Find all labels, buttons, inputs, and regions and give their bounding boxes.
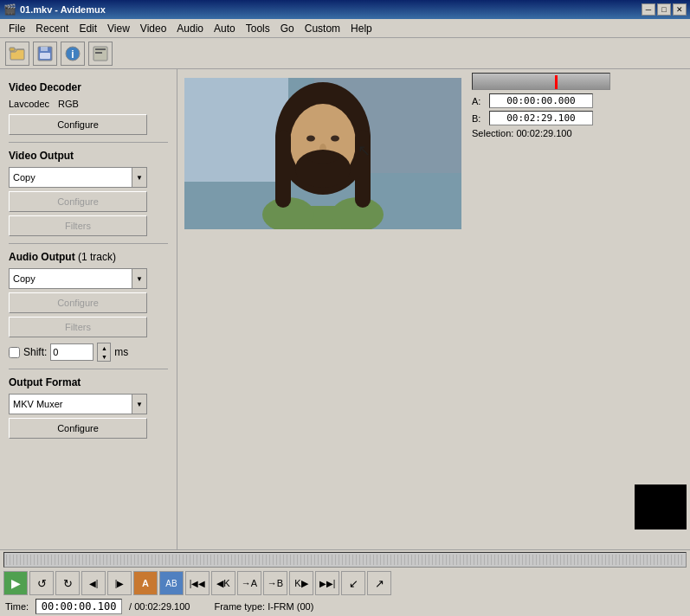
toolbar: i	[0, 38, 690, 69]
go-next-key-button[interactable]: K▶	[289, 571, 313, 595]
open-button[interactable]	[5, 42, 29, 66]
menu-file[interactable]: File	[3, 21, 30, 36]
menu-recent[interactable]: Recent	[30, 21, 74, 36]
next-frame-button[interactable]: |▶	[107, 571, 132, 595]
b-time-input[interactable]	[489, 111, 593, 125]
video-decoder-title: Video Decoder	[9, 81, 168, 93]
svg-point-16	[306, 136, 315, 142]
mark-ab-button[interactable]: AB	[159, 571, 184, 595]
right-panel: ↖ A: B: Selection:	[177, 69, 690, 616]
fast-forward-button[interactable]: ↻	[55, 571, 80, 595]
svg-rect-8	[95, 48, 106, 50]
audio-track-info: (1 track)	[78, 251, 116, 263]
svg-rect-24	[275, 130, 291, 208]
time-label: Time:	[5, 601, 29, 612]
menubar: File Recent Edit View Video Audio Auto T…	[0, 19, 690, 38]
play-button[interactable]: ▶	[3, 571, 28, 595]
right-info-panel: A: B: Selection: 00:02:29.100	[465, 69, 690, 616]
save-button[interactable]	[33, 42, 57, 66]
shift-up-button[interactable]: ▲	[98, 343, 110, 352]
a-label: A:	[472, 96, 486, 106]
app-icon: 🎬	[3, 3, 16, 16]
frame-type-display: Frame type: I-FRM (00)	[214, 601, 313, 612]
prev-frame-button[interactable]: ◀|	[81, 571, 106, 595]
properties-button[interactable]	[88, 42, 113, 66]
shift-label: Shift:	[23, 346, 47, 358]
video-output-configure-button[interactable]: Configure	[9, 191, 147, 212]
svg-point-17	[331, 136, 339, 142]
video-output-filters-button[interactable]: Filters	[9, 215, 147, 236]
svg-point-20	[307, 151, 339, 164]
menu-view[interactable]: View	[102, 21, 135, 36]
shift-input[interactable]	[50, 343, 94, 361]
progress-bar[interactable]	[472, 73, 610, 90]
selection-label: Selection: 00:02:29.100	[472, 128, 572, 138]
mark-a-button[interactable]: A	[133, 571, 158, 595]
copy-segment-button[interactable]: ↙	[341, 571, 365, 595]
audio-output-configure-button[interactable]: Configure	[9, 292, 147, 313]
paste-segment-button[interactable]: ↗	[367, 571, 391, 595]
status-bar: Time: 00:00:00.100 / 00:02:29.100 Frame …	[0, 597, 690, 616]
shift-down-button[interactable]: ▼	[98, 352, 110, 361]
go-b-button[interactable]: →B	[263, 571, 287, 595]
format-label: RGB	[58, 99, 79, 109]
menu-tools[interactable]: Tools	[241, 21, 275, 36]
b-label: B:	[472, 113, 486, 124]
menu-video[interactable]: Video	[135, 21, 171, 36]
go-a-button[interactable]: →A	[237, 571, 261, 595]
info-button[interactable]: i	[61, 42, 85, 66]
audio-output-title: Audio Output (1 track)	[9, 251, 168, 263]
main-area: Video Decoder Lavcodec RGB Configure Vid…	[0, 69, 690, 616]
window-title: 01.mkv - Avidemux	[20, 4, 106, 15]
audio-output-select[interactable]: Copy AAC MP3 AC3	[9, 268, 147, 289]
svg-rect-11	[184, 78, 288, 182]
menu-help[interactable]: Help	[345, 21, 377, 36]
left-panel: Video Decoder Lavcodec RGB Configure Vid…	[0, 69, 177, 616]
video-preview: ↖	[184, 78, 461, 229]
output-format-select[interactable]: MKV Muxer MP4 Muxer AVI Muxer	[9, 394, 147, 414]
bottom-area: ▶ ↺ ↻ ◀| |▶ A AB |◀◀ ◀K →A →B K▶ ▶▶| ↙ ↗…	[0, 549, 690, 616]
titlebar: 🎬 01.mkv - Avidemux ─ □ ✕	[0, 0, 690, 19]
codec-label: Lavcodec	[9, 99, 49, 109]
selection-time: 00:02:29.100	[516, 128, 571, 138]
audio-output-filters-button[interactable]: Filters	[9, 317, 147, 337]
menu-audio[interactable]: Audio	[171, 21, 209, 36]
current-time-display[interactable]: 00:00:00.100	[35, 599, 122, 614]
minimize-button[interactable]: ─	[642, 3, 655, 16]
shift-spinner[interactable]: ▲ ▼	[97, 343, 111, 362]
total-time-display: / 00:02:29.100	[129, 601, 190, 612]
svg-text:i: i	[71, 48, 74, 61]
video-output-title: Video Output	[9, 150, 168, 162]
svg-rect-4	[40, 53, 50, 59]
menu-edit[interactable]: Edit	[74, 21, 102, 36]
svg-rect-3	[41, 47, 48, 51]
video-output-select[interactable]: Copy MPEG-4 AVC MPEG-4 ASP HEVC	[9, 167, 147, 188]
a-time-input[interactable]	[489, 93, 593, 108]
mini-preview	[635, 484, 687, 529]
menu-auto[interactable]: Auto	[209, 21, 241, 36]
timeline-bar[interactable]	[3, 552, 687, 568]
video-decoder-configure-button[interactable]: Configure	[9, 114, 147, 135]
svg-text:↖: ↖	[358, 142, 371, 159]
menu-custom[interactable]: Custom	[300, 21, 345, 36]
svg-rect-1	[10, 48, 15, 51]
rewind-button[interactable]: ↺	[29, 571, 54, 595]
go-prev-key-button[interactable]: ◀K	[211, 571, 235, 595]
playback-controls: ▶ ↺ ↻ ◀| |▶ A AB |◀◀ ◀K →A →B K▶ ▶▶| ↙ ↗	[0, 569, 690, 597]
output-format-title: Output Format	[9, 376, 168, 388]
go-end-button[interactable]: ▶▶|	[315, 571, 339, 595]
output-format-configure-button[interactable]: Configure	[9, 418, 147, 439]
maximize-button[interactable]: □	[657, 3, 671, 16]
svg-rect-9	[95, 52, 102, 54]
shift-unit: ms	[114, 346, 128, 358]
shift-checkbox[interactable]	[9, 347, 20, 358]
go-begin-button[interactable]: |◀◀	[185, 571, 210, 595]
menu-go[interactable]: Go	[275, 21, 300, 36]
close-button[interactable]: ✕	[673, 3, 687, 16]
